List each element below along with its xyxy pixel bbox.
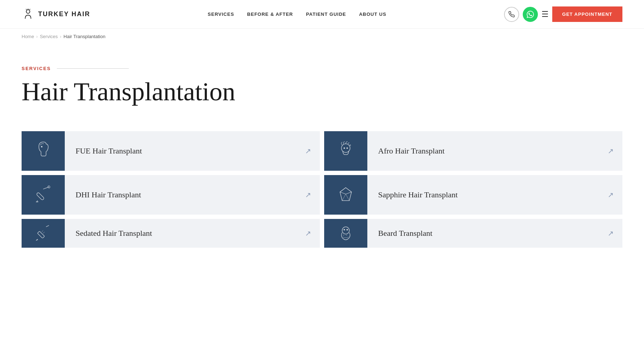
service-arrow-sedated: ↗ (305, 229, 320, 238)
service-arrow-dhi: ↗ (305, 191, 320, 199)
svg-point-22 (344, 229, 345, 230)
svg-marker-12 (340, 188, 352, 194)
service-icon-sedated (22, 219, 65, 248)
service-label-sapphire: Sapphire Hair Transplant (367, 190, 608, 200)
breadcrumb-services[interactable]: Services (40, 34, 58, 39)
logo[interactable]: TURKEY HAIR (22, 8, 90, 21)
head-profile-icon (32, 140, 54, 162)
service-arrow-beard: ↗ (608, 229, 622, 238)
nav-patient-guide[interactable]: PATIENT GUIDE (306, 12, 346, 17)
breadcrumb-current: Hair Transplantation (64, 34, 105, 39)
service-arrow-sapphire: ↗ (608, 191, 622, 199)
whatsapp-button[interactable] (523, 7, 538, 22)
hero-section: SERVICES Hair Transplantation (0, 44, 644, 131)
svg-line-19 (42, 230, 43, 232)
service-card-beard[interactable]: Beard Transplant ↗ (324, 219, 622, 248)
logo-text: TURKEY HAIR (38, 10, 90, 18)
svg-rect-8 (36, 192, 45, 201)
service-card-fue[interactable]: FUE Hair Transplant ↗ (22, 131, 320, 171)
service-label-afro: Afro Hair Transplant (367, 146, 608, 156)
service-icon-fue (22, 131, 65, 171)
svg-point-0 (26, 10, 30, 13)
svg-line-15 (342, 194, 346, 201)
service-card-sapphire[interactable]: Sapphire Hair Transplant ↗ (324, 175, 622, 215)
service-card-sedated[interactable]: Sedated Hair Transplant ↗ (22, 219, 320, 248)
syringe-icon (32, 223, 54, 244)
service-icon-sapphire (324, 175, 367, 215)
service-arrow-fue: ↗ (305, 147, 320, 155)
service-icon-dhi (22, 175, 65, 215)
section-label: SERVICES (22, 66, 622, 71)
svg-line-13 (340, 192, 346, 194)
service-icon-afro (324, 131, 367, 171)
nav-services[interactable]: SERVICES (208, 12, 234, 17)
svg-rect-17 (37, 231, 45, 238)
appointment-button[interactable]: GET APPOINTMENT (552, 6, 622, 22)
phone-button[interactable] (504, 7, 519, 22)
svg-point-6 (344, 148, 345, 149)
afro-head-icon (335, 140, 357, 162)
svg-line-18 (46, 225, 49, 227)
service-card-afro[interactable]: Afro Hair Transplant ↗ (324, 131, 622, 171)
header-icons: ☰ GET APPOINTMENT (504, 6, 622, 22)
service-label-sedated: Sedated Hair Transplant (65, 229, 305, 238)
svg-line-16 (346, 194, 349, 201)
header: TURKEY HAIR SERVICES BEFORE & AFTER PATI… (0, 0, 644, 29)
service-icon-beard (324, 219, 367, 248)
svg-point-4 (41, 146, 42, 147)
svg-point-7 (347, 148, 348, 149)
breadcrumb-sep-1: › (36, 34, 38, 39)
svg-line-3 (26, 9, 27, 10)
service-label-fue: FUE Hair Transplant (65, 146, 305, 156)
pen-tool-icon (32, 184, 54, 206)
breadcrumb: Home › Services › Hair Transplantation (0, 29, 644, 44)
service-arrow-afro: ↗ (608, 147, 622, 155)
services-grid: FUE Hair Transplant ↗ Afro Hair Transpla… (0, 131, 644, 269)
svg-point-21 (342, 227, 349, 234)
page-title: Hair Transplantation (22, 78, 622, 106)
gem-icon (335, 184, 357, 206)
nav-about-us[interactable]: ABOUT US (359, 12, 386, 17)
service-card-dhi[interactable]: DHI Hair Transplant ↗ (22, 175, 320, 215)
svg-line-14 (346, 192, 352, 194)
service-label-dhi: DHI Hair Transplant (65, 190, 305, 200)
nav-before-after[interactable]: BEFORE & AFTER (247, 12, 293, 17)
svg-line-2 (30, 9, 30, 10)
svg-line-20 (43, 232, 45, 233)
breadcrumb-home[interactable]: Home (22, 34, 34, 39)
breadcrumb-sep-2: › (60, 34, 62, 39)
hamburger-menu[interactable]: ☰ (541, 10, 549, 19)
svg-point-23 (347, 229, 348, 230)
beard-face-icon (335, 223, 357, 244)
main-nav: SERVICES BEFORE & AFTER PATIENT GUIDE AB… (208, 12, 386, 17)
service-label-beard: Beard Transplant (367, 229, 608, 238)
logo-icon (22, 8, 35, 21)
